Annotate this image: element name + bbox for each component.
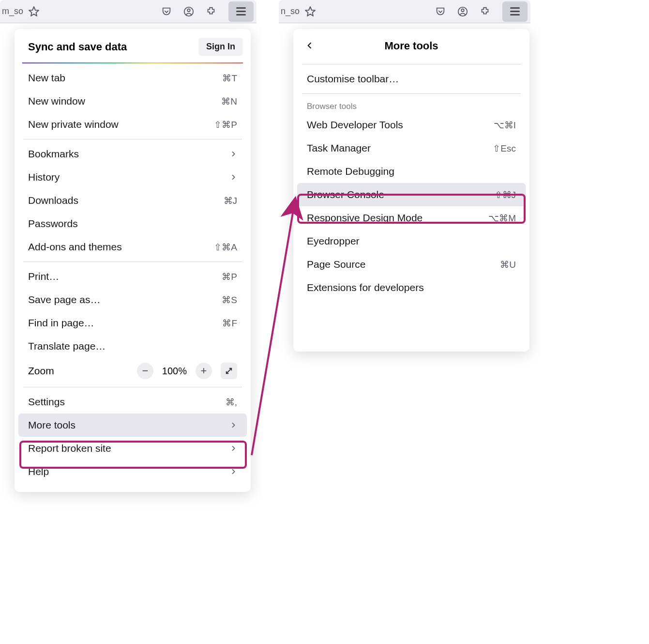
menu-item-print[interactable]: Print…⌘P	[15, 265, 251, 288]
menu-item-more-tools[interactable]: More tools	[18, 414, 247, 437]
chevron-right-icon	[229, 173, 237, 181]
section-label: Browser tools	[293, 97, 529, 113]
menu-label: Web Developer Tools	[307, 119, 403, 131]
menu-item-zoom: Zoom − 100% +	[15, 358, 251, 384]
url-fragment: n_so	[279, 6, 300, 16]
sync-row: Sync and save data Sign In	[15, 35, 251, 62]
chevron-right-icon	[229, 421, 237, 429]
separator	[23, 139, 242, 139]
menu-item-new-tab[interactable]: New tab⌘T	[15, 66, 251, 90]
svg-marker-3	[305, 7, 315, 16]
rainbow-separator	[22, 62, 243, 63]
menu-item-report-broken-site[interactable]: Report broken site	[15, 437, 251, 460]
menu-label: Report broken site	[28, 443, 111, 454]
zoom-level: 100%	[162, 366, 187, 377]
svg-line-7	[252, 213, 293, 455]
sign-in-button[interactable]: Sign In	[198, 38, 243, 56]
menu-item-page-source[interactable]: Page Source⌘U	[293, 253, 529, 276]
menu-item-add-ons-and-themes[interactable]: Add-ons and themes⇧⌘A	[15, 235, 251, 259]
menu-label: Downloads	[28, 195, 78, 206]
account-icon[interactable]	[456, 5, 469, 18]
menu-label: New window	[28, 95, 85, 107]
back-button[interactable]	[305, 41, 315, 50]
extensions-icon[interactable]	[204, 5, 218, 18]
menu-item-new-window[interactable]: New window⌘N	[15, 90, 251, 113]
menu-label: Customise toolbar…	[307, 73, 399, 85]
menu-shortcut: ⌥⌘I	[494, 120, 516, 131]
menu-shortcut: ⌘P	[222, 271, 237, 282]
menu-label: Extensions for developers	[307, 282, 424, 293]
menu-item-save-page-as[interactable]: Save page as…⌘S	[15, 288, 251, 311]
sync-title: Sync and save data	[28, 41, 127, 53]
menu-label: Page Source	[307, 259, 365, 270]
menu-item-bookmarks[interactable]: Bookmarks	[15, 142, 251, 166]
menu-shortcut: ⌥⌘M	[488, 213, 516, 224]
menu-item-responsive-design-mode[interactable]: Responsive Design Mode⌥⌘M	[293, 206, 529, 230]
menu-shortcut: ⇧⌘A	[214, 242, 237, 253]
menu-shortcut: ⇧Esc	[493, 143, 516, 154]
menu-label: Help	[28, 466, 49, 477]
star-icon[interactable]	[27, 5, 41, 18]
menu-label: History	[28, 171, 60, 183]
browser-toolbar-left: m_so	[0, 0, 257, 23]
zoom-in-button[interactable]: +	[196, 363, 212, 379]
menu-label: New tab	[28, 72, 65, 84]
menu-item-extensions-for-developers[interactable]: Extensions for developers	[293, 276, 529, 299]
menu-label: Save page as…	[28, 294, 100, 306]
menu-label: Task Manager	[307, 142, 371, 154]
menu-item-downloads[interactable]: Downloads⌘J	[15, 189, 251, 212]
menu-shortcut: ⌘,	[226, 397, 237, 408]
chevron-right-icon	[229, 468, 237, 475]
account-icon[interactable]	[182, 5, 196, 18]
menu-label: More tools	[28, 419, 75, 431]
menu-label: Find in page…	[28, 317, 94, 329]
menu-shortcut: ⌘T	[222, 73, 237, 84]
star-icon[interactable]	[303, 5, 317, 18]
pocket-icon[interactable]	[434, 5, 447, 18]
chevron-right-icon	[229, 445, 237, 452]
menu-item-customise-toolbar[interactable]: Customise toolbar…	[293, 67, 529, 91]
hamburger-menu-button[interactable]	[502, 1, 528, 22]
menu-shortcut: ⌘F	[222, 318, 237, 329]
menu-item-task-manager[interactable]: Task Manager⇧Esc	[293, 137, 529, 160]
menu-label: Browser Console	[307, 189, 384, 200]
submenu-header: More tools	[293, 35, 529, 61]
submenu-title: More tools	[384, 40, 438, 52]
menu-item-history[interactable]: History	[15, 166, 251, 189]
svg-marker-0	[29, 7, 39, 16]
extensions-icon[interactable]	[478, 5, 492, 18]
browser-toolbar-right: n_so	[279, 0, 530, 23]
menu-item-remote-debugging[interactable]: Remote Debugging	[293, 160, 529, 183]
separator	[23, 261, 242, 262]
menu-item-passwords[interactable]: Passwords	[15, 212, 251, 235]
menu-label: Responsive Design Mode	[307, 212, 423, 224]
menu-shortcut: ⌘S	[222, 294, 237, 306]
pocket-icon[interactable]	[160, 5, 173, 18]
hamburger-menu-button[interactable]	[228, 1, 254, 22]
menu-shortcut: ⌘U	[500, 259, 516, 270]
menu-label: Translate page…	[28, 340, 106, 352]
menu-label: Settings	[28, 396, 65, 408]
menu-item-help[interactable]: Help	[15, 460, 251, 483]
menu-item-browser-console[interactable]: Browser Console⇧⌘J	[297, 183, 526, 206]
menu-item-eyedropper[interactable]: Eyedropper	[293, 230, 529, 253]
menu-label: Remote Debugging	[307, 166, 394, 177]
menu-label: Print…	[28, 271, 59, 282]
menu-shortcut: ⇧⌘P	[214, 119, 237, 130]
menu-item-settings[interactable]: Settings⌘,	[15, 390, 251, 414]
menu-item-new-private-window[interactable]: New private window⇧⌘P	[15, 113, 251, 136]
menu-label: New private window	[28, 119, 119, 130]
chevron-right-icon	[229, 150, 237, 158]
svg-point-5	[461, 9, 464, 12]
zoom-out-button[interactable]: −	[137, 363, 153, 379]
separator	[302, 64, 521, 64]
menu-label: Passwords	[28, 218, 78, 230]
separator	[302, 93, 521, 94]
menu-item-translate-page[interactable]: Translate page…	[15, 335, 251, 358]
menu-shortcut: ⇧⌘J	[495, 189, 516, 200]
menu-item-web-developer-tools[interactable]: Web Developer Tools⌥⌘I	[293, 113, 529, 137]
menu-item-find-in-page[interactable]: Find in page…⌘F	[15, 311, 251, 335]
menu-shortcut: ⌘N	[221, 96, 237, 107]
fullscreen-button[interactable]	[221, 363, 237, 379]
menu-shortcut: ⌘J	[224, 195, 238, 206]
